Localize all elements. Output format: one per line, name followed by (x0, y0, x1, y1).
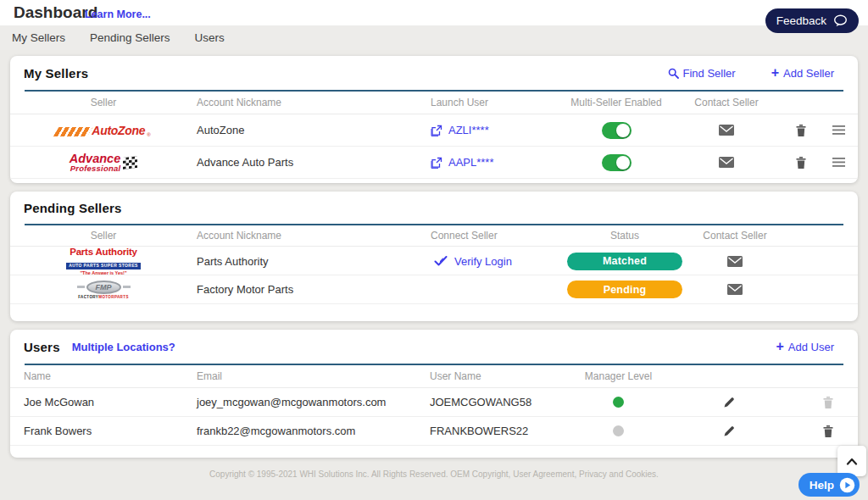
users-title: Users (24, 340, 60, 354)
trash-icon (823, 397, 833, 408)
trash-icon (796, 157, 806, 169)
autozone-logo: AutoZone ® (56, 124, 150, 137)
parts-authority-logo: Parts Authority Auto Parts Super Stores … (66, 247, 141, 275)
envelope-icon (727, 256, 743, 267)
row-menu-button[interactable] (829, 122, 849, 138)
table-row: Frank Bowers frankb22@mcgowanmotors.com … (10, 417, 858, 446)
learn-more-link[interactable]: Learn More... (85, 8, 151, 20)
trash-icon (796, 125, 806, 136)
menu-icon (832, 158, 845, 167)
col-name: Name (10, 370, 197, 382)
launch-user-value: AZLI**** (448, 124, 489, 136)
delete-seller-button[interactable] (793, 121, 810, 140)
contact-seller-button[interactable] (724, 281, 746, 298)
tab-my-sellers[interactable]: My Sellers (12, 31, 65, 44)
col-multi-seller-enabled: Multi-Seller Enabled (570, 97, 661, 108)
help-label: Help (810, 479, 834, 492)
add-user-button[interactable]: + Add User (776, 340, 834, 353)
feedback-button[interactable]: Feedback (765, 8, 859, 33)
account-nickname: Advance Auto Parts (197, 156, 417, 169)
contact-seller-button[interactable] (715, 153, 737, 171)
user-email: joey_mcgowan@mcgowanmotors.com (197, 396, 430, 408)
play-icon (839, 477, 855, 493)
col-account-nickname: Account Nickname (197, 230, 417, 242)
my-sellers-title: My Sellers (24, 66, 88, 81)
top-bar: Dashboard Learn More... Feedback (0, 0, 868, 25)
col-launch-user: Launch User (417, 97, 561, 108)
table-row: Advance Professional Advance Auto Parts … (10, 147, 858, 179)
trash-icon (823, 425, 833, 437)
account-nickname: Parts Authority (197, 255, 417, 268)
find-seller-label: Find Seller (683, 67, 736, 80)
col-seller: Seller (91, 97, 117, 108)
verify-login-label: Verify Login (454, 255, 512, 268)
envelope-icon (719, 157, 734, 168)
help-button[interactable]: Help (798, 473, 860, 497)
tab-pending-sellers[interactable]: Pending Sellers (90, 31, 170, 44)
tab-users[interactable]: Users (195, 31, 225, 44)
account-nickname: Factory Motor Parts (197, 283, 417, 296)
multi-seller-toggle[interactable] (602, 154, 632, 171)
user-username: FRANKBOWERS22 (430, 425, 578, 437)
manager-level-indicator (613, 397, 624, 408)
pencil-icon (723, 397, 735, 408)
contact-seller-button[interactable] (724, 253, 746, 270)
row-menu-button[interactable] (829, 154, 849, 170)
checkered-flag-graphic (123, 156, 137, 169)
table-row: FMP FACTORYMOTORPARTS Factory Motor Part… (10, 275, 858, 304)
table-row: Joe McGowan joey_mcgowan@mcgowanmotors.c… (10, 388, 858, 417)
user-username: JOEMCGOWANG58 (430, 396, 578, 408)
table-row: Parts Authority Auto Parts Super Stores … (10, 247, 858, 275)
advance-professional-logo: Advance Professional (70, 153, 137, 173)
tab-bar: My Sellers Pending Sellers Users (0, 25, 868, 50)
col-seller: Seller (91, 230, 117, 242)
users-column-headers: Name Email User Name Manager Level (10, 365, 858, 388)
status-badge: Matched (567, 253, 682, 270)
status-badge: Pending (567, 281, 682, 298)
check-icon (434, 256, 448, 266)
toggle-knob (616, 124, 630, 137)
delete-seller-button[interactable] (793, 153, 810, 172)
user-email: frankb22@mcgowanmotors.com (197, 425, 430, 437)
pending-sellers-card: Pending Sellers Seller Account Nickname … (10, 192, 858, 321)
add-seller-button[interactable]: + Add Seller (771, 66, 834, 80)
user-name: Frank Bowers (10, 425, 197, 437)
pending-sellers-title: Pending Sellers (24, 201, 122, 215)
user-name: Joe McGowan (10, 396, 197, 408)
col-email: Email (197, 370, 430, 382)
col-user-name: User Name (430, 370, 578, 382)
launch-icon (431, 125, 442, 136)
launch-user-link[interactable]: AZLI**** (417, 124, 561, 136)
col-manager-level: Manager Level (585, 370, 652, 382)
edit-user-button[interactable] (720, 422, 738, 441)
scroll-to-top-button[interactable] (837, 446, 866, 476)
plus-icon: + (771, 66, 779, 80)
my-sellers-card: My Sellers Find Seller + Add Seller (10, 56, 858, 183)
find-seller-button[interactable]: Find Seller (668, 67, 736, 80)
fmp-wing-graphic (123, 286, 131, 288)
verify-login-link[interactable]: Verify Login (417, 255, 561, 268)
envelope-icon (727, 284, 743, 295)
speech-bubble-icon (833, 14, 848, 27)
envelope-icon (719, 125, 734, 136)
delete-user-button[interactable] (820, 422, 837, 441)
table-row: AutoZone ® AutoZone AZLI**** (10, 114, 858, 147)
copyright-footer: Copyright © 1995-2021 WHI Solutions Inc.… (10, 469, 858, 479)
add-user-label: Add User (788, 341, 834, 353)
search-icon (668, 68, 679, 79)
pending-sellers-header: Pending Sellers (10, 192, 858, 224)
col-contact-seller: Contact Seller (703, 230, 766, 242)
launch-user-link[interactable]: AAPL**** (417, 156, 561, 169)
menu-icon (832, 125, 845, 135)
edit-user-button[interactable] (720, 393, 738, 412)
launch-user-value: AAPL**** (448, 156, 493, 169)
launch-icon (431, 157, 442, 169)
manager-level-indicator (613, 425, 624, 436)
pending-sellers-column-headers: Seller Account Nickname Connect Seller S… (10, 225, 858, 247)
toggle-knob (616, 156, 630, 169)
multiple-locations-link[interactable]: Multiple Locations? (72, 341, 175, 353)
add-seller-label: Add Seller (783, 67, 834, 80)
delete-user-button[interactable] (820, 393, 837, 412)
multi-seller-toggle[interactable] (602, 122, 632, 139)
contact-seller-button[interactable] (715, 121, 737, 139)
